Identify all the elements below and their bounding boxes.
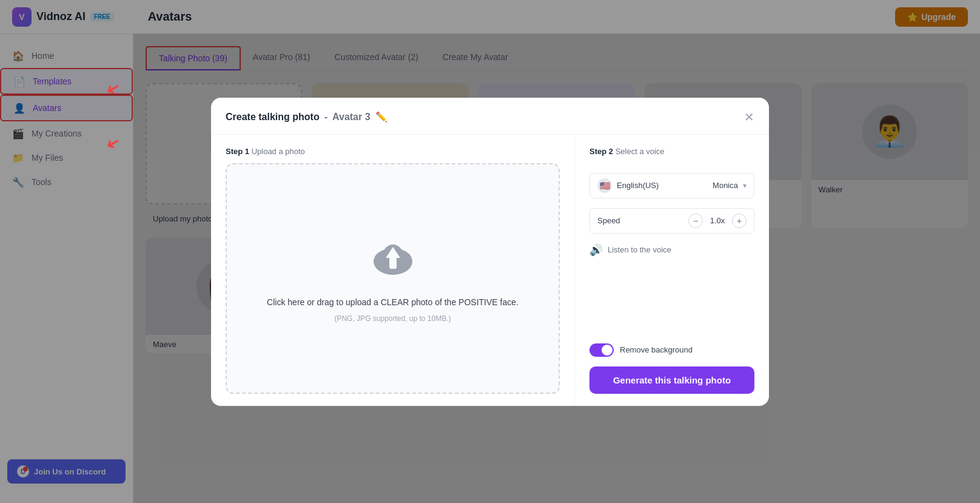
- edit-icon[interactable]: ✏️: [375, 111, 388, 123]
- step1-label: Step 1 Upload a photo: [226, 147, 560, 156]
- remove-bg-row: Remove background: [589, 343, 754, 357]
- speed-control: Speed − 1.0x +: [589, 208, 754, 234]
- remove-bg-label: Remove background: [620, 345, 693, 354]
- modal-separator: -: [324, 112, 327, 123]
- svg-point-3: [397, 252, 411, 266]
- speed-controls: − 1.0x +: [688, 214, 747, 228]
- toggle-knob: [602, 345, 612, 356]
- upload-cloud-icon: [369, 234, 417, 290]
- upload-zone[interactable]: Click here or drag to upload a CLEAR pho…: [226, 163, 560, 394]
- modal-header: Create talking photo - Avatar 3 ✏️ ✕: [211, 98, 769, 135]
- generate-label: Generate this talking photo: [613, 375, 731, 385]
- speaker-icon: 🔊: [589, 243, 603, 257]
- modal-title: Create talking photo - Avatar 3 ✏️: [226, 111, 388, 123]
- voice-name: Monica: [713, 181, 738, 190]
- modal-left-panel: Step 1 Upload a photo: [211, 135, 575, 406]
- chevron-down-icon: ▾: [743, 181, 747, 190]
- modal-body: Step 1 Upload a photo: [211, 135, 769, 406]
- modal-close-button[interactable]: ✕: [744, 110, 754, 124]
- flag-icon: 🇺🇸: [597, 178, 612, 193]
- modal-dialog: Create talking photo - Avatar 3 ✏️ ✕ Ste…: [211, 98, 769, 406]
- upload-main-text: Click here or drag to upload a CLEAR pho…: [267, 297, 519, 307]
- listen-label: Listen to the voice: [608, 245, 671, 254]
- voice-language: English(US): [617, 181, 708, 190]
- step2-label: Step 2 Select a voice: [589, 147, 754, 156]
- upload-sub-text: (PNG, JPG supported, up to 10MB.): [334, 314, 451, 323]
- modal-right-panel: Step 2 Select a voice 🇺🇸 English(US) Mon…: [575, 135, 769, 406]
- speed-decrease-button[interactable]: −: [688, 214, 703, 228]
- listen-voice-row[interactable]: 🔊 Listen to the voice: [589, 243, 754, 257]
- modal-avatar-name: Avatar 3: [332, 112, 371, 123]
- voice-select[interactable]: 🇺🇸 English(US) Monica ▾: [589, 173, 754, 198]
- speed-increase-button[interactable]: +: [732, 214, 747, 228]
- modal-title-text: Create talking photo: [226, 112, 320, 123]
- svg-point-2: [375, 252, 389, 266]
- remove-bg-toggle[interactable]: [589, 343, 614, 357]
- speed-label: Speed: [597, 216, 620, 225]
- modal-overlay[interactable]: Create talking photo - Avatar 3 ✏️ ✕ Ste…: [0, 0, 980, 503]
- generate-button[interactable]: Generate this talking photo: [589, 366, 754, 394]
- speed-value: 1.0x: [708, 216, 727, 225]
